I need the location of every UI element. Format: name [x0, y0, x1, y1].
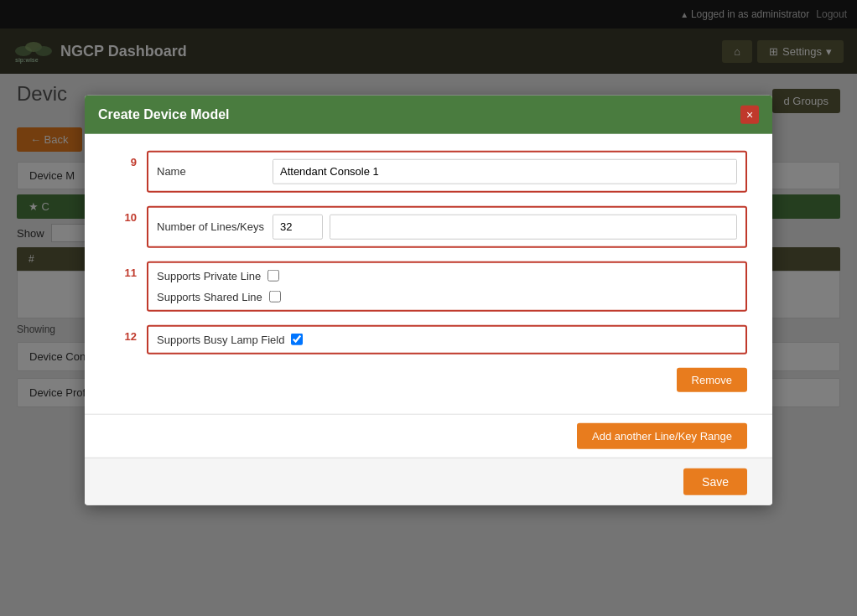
busy-lamp-label: Supports Busy Lamp Field: [157, 333, 284, 345]
name-label: Name: [157, 165, 266, 178]
form-row-lines-support: 11 Supports Private Line Supports Shared…: [110, 261, 747, 311]
add-range-row: Add another Line/Key Range: [85, 413, 772, 457]
name-input[interactable]: [273, 158, 737, 184]
shared-line-label: Supports Shared Line: [157, 290, 262, 303]
lines-field-row: Number of Lines/Keys: [157, 214, 737, 239]
row-number-9: 9: [110, 150, 147, 168]
private-line-checkbox[interactable]: [267, 270, 279, 282]
row-number-12: 12: [110, 324, 147, 342]
add-range-button[interactable]: Add another Line/Key Range: [577, 422, 747, 448]
form-row-name: 9 Name: [110, 150, 747, 192]
modal-footer: Save: [85, 457, 772, 505]
lines-input[interactable]: [273, 214, 323, 239]
busy-lamp-container: Supports Busy Lamp Field: [147, 324, 747, 354]
busy-lamp-checkbox[interactable]: [291, 334, 303, 345]
modal-body: 9 Name 10 Number of Lines/Keys 11: [85, 133, 772, 413]
private-line-row: Supports Private Line: [157, 269, 737, 282]
private-line-label: Supports Private Line: [157, 269, 261, 282]
row-number-11: 11: [110, 261, 147, 278]
lines-spacer: [330, 214, 737, 239]
lines-field-container: Number of Lines/Keys: [147, 205, 747, 247]
busy-lamp-row: Supports Busy Lamp Field: [157, 333, 737, 345]
form-row-busy-lamp: 12 Supports Busy Lamp Field: [110, 324, 747, 354]
modal-header: Create Device Model ×: [85, 95, 772, 133]
form-row-lines: 10 Number of Lines/Keys: [110, 205, 747, 247]
remove-row: Remove: [110, 367, 747, 391]
row-number-10: 10: [110, 205, 147, 223]
lines-support-container: Supports Private Line Supports Shared Li…: [147, 261, 747, 311]
shared-line-row: Supports Shared Line: [157, 290, 737, 303]
modal-title: Create Device Model: [98, 106, 230, 122]
create-device-model-modal: Create Device Model × 9 Name 10 Number o…: [85, 95, 772, 505]
save-button[interactable]: Save: [683, 468, 747, 494]
shared-line-checkbox[interactable]: [269, 291, 281, 303]
remove-button[interactable]: Remove: [677, 367, 747, 391]
lines-label: Number of Lines/Keys: [157, 220, 266, 233]
name-field-row: Name: [157, 158, 737, 184]
name-field-container: Name: [147, 150, 747, 192]
modal-close-button[interactable]: ×: [740, 105, 759, 123]
